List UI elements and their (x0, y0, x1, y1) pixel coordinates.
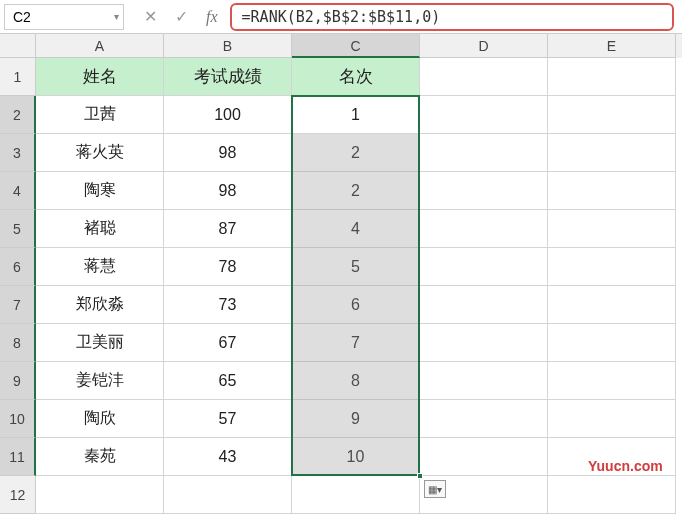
cell[interactable] (420, 400, 548, 438)
table-row: 8 卫美丽 67 7 (0, 324, 682, 362)
cell-score[interactable]: 43 (164, 438, 292, 476)
cell-E1[interactable] (548, 58, 676, 96)
cell-rank[interactable]: 1 (292, 96, 420, 134)
cell[interactable] (548, 362, 676, 400)
table-row: 10 陶欣 57 9 (0, 400, 682, 438)
autofill-options-button[interactable]: ▦▾ (424, 480, 446, 498)
cell-name[interactable]: 蒋火英 (36, 134, 164, 172)
cell-name[interactable]: 郑欣淼 (36, 286, 164, 324)
cell-score[interactable]: 100 (164, 96, 292, 134)
cell[interactable] (420, 96, 548, 134)
column-header-row: A B C D E (0, 34, 682, 58)
row-header-2[interactable]: 2 (0, 96, 36, 134)
table-row: 7 郑欣淼 73 6 (0, 286, 682, 324)
cell-score[interactable]: 73 (164, 286, 292, 324)
cell[interactable] (548, 248, 676, 286)
cell-rank[interactable]: 9 (292, 400, 420, 438)
table-row-empty: 12 (0, 476, 682, 514)
row-header-1[interactable]: 1 (0, 58, 36, 96)
cell[interactable] (548, 324, 676, 362)
cell-name[interactable]: 姜铠沣 (36, 362, 164, 400)
formula-bar-icons: ✕ ✓ fx (144, 7, 218, 26)
cell-rank[interactable]: 6 (292, 286, 420, 324)
fx-icon[interactable]: fx (206, 8, 218, 26)
table-header-row: 1 姓名 考试成绩 名次 (0, 58, 682, 96)
cell-rank[interactable]: 2 (292, 172, 420, 210)
header-score[interactable]: 考试成绩 (164, 58, 292, 96)
table-row: 2 卫茜 100 1 (0, 96, 682, 134)
cell-name[interactable]: 褚聪 (36, 210, 164, 248)
cell-name[interactable]: 卫美丽 (36, 324, 164, 362)
row-header-12[interactable]: 12 (0, 476, 36, 514)
col-header-D[interactable]: D (420, 34, 548, 58)
col-header-C[interactable]: C (292, 34, 420, 58)
cell[interactable] (420, 248, 548, 286)
row-header-10[interactable]: 10 (0, 400, 36, 438)
cell[interactable] (420, 438, 548, 476)
table-row: 11 秦苑 43 10 (0, 438, 682, 476)
cell-rank[interactable]: 5 (292, 248, 420, 286)
cell-score[interactable]: 87 (164, 210, 292, 248)
accept-icon[interactable]: ✓ (175, 7, 188, 26)
cell[interactable] (548, 400, 676, 438)
col-header-A[interactable]: A (36, 34, 164, 58)
select-all-corner[interactable] (0, 34, 36, 58)
cell[interactable] (548, 476, 676, 514)
row-header-11[interactable]: 11 (0, 438, 36, 476)
cell[interactable] (548, 172, 676, 210)
cell-rank[interactable]: 8 (292, 362, 420, 400)
cell-rank[interactable]: 7 (292, 324, 420, 362)
row-header-8[interactable]: 8 (0, 324, 36, 362)
cell[interactable] (548, 96, 676, 134)
fill-handle[interactable] (417, 473, 423, 479)
cell-name[interactable]: 卫茜 (36, 96, 164, 134)
table-row: 4 陶寒 98 2 (0, 172, 682, 210)
cell[interactable] (548, 286, 676, 324)
cell-score[interactable]: 57 (164, 400, 292, 438)
header-rank[interactable]: 名次 (292, 58, 420, 96)
row-header-7[interactable]: 7 (0, 286, 36, 324)
table-row: 3 蒋火英 98 2 (0, 134, 682, 172)
cell[interactable] (420, 286, 548, 324)
col-header-B[interactable]: B (164, 34, 292, 58)
cell[interactable] (420, 172, 548, 210)
name-box-value: C2 (13, 9, 31, 25)
cell[interactable] (420, 324, 548, 362)
chevron-down-icon[interactable]: ▾ (114, 11, 119, 22)
header-name[interactable]: 姓名 (36, 58, 164, 96)
cell-name[interactable]: 蒋慧 (36, 248, 164, 286)
cell-score[interactable]: 65 (164, 362, 292, 400)
row-header-6[interactable]: 6 (0, 248, 36, 286)
cell-rank[interactable]: 4 (292, 210, 420, 248)
cell-name[interactable]: 陶寒 (36, 172, 164, 210)
cell-rank[interactable]: 10 (292, 438, 420, 476)
cell[interactable] (420, 134, 548, 172)
formula-bar-row: C2 ▾ ✕ ✓ fx =RANK(B2,$B$2:$B$11,0) (0, 0, 682, 34)
cancel-icon[interactable]: ✕ (144, 7, 157, 26)
cell[interactable] (420, 210, 548, 248)
table-row: 9 姜铠沣 65 8 (0, 362, 682, 400)
cell-rank[interactable]: 2 (292, 134, 420, 172)
cell[interactable] (548, 134, 676, 172)
cell[interactable] (164, 476, 292, 514)
cell-score[interactable]: 98 (164, 134, 292, 172)
cell-score[interactable]: 67 (164, 324, 292, 362)
formula-input[interactable]: =RANK(B2,$B$2:$B$11,0) (230, 3, 674, 31)
spreadsheet-grid[interactable]: A B C D E 1 姓名 考试成绩 名次 2 卫茜 100 1 3 蒋火英 … (0, 34, 682, 514)
cell[interactable] (36, 476, 164, 514)
row-header-4[interactable]: 4 (0, 172, 36, 210)
cell-name[interactable]: 陶欣 (36, 400, 164, 438)
row-header-3[interactable]: 3 (0, 134, 36, 172)
cell[interactable] (420, 362, 548, 400)
cell-name[interactable]: 秦苑 (36, 438, 164, 476)
col-header-E[interactable]: E (548, 34, 676, 58)
cell[interactable] (292, 476, 420, 514)
row-header-5[interactable]: 5 (0, 210, 36, 248)
cell-D1[interactable] (420, 58, 548, 96)
name-box[interactable]: C2 ▾ (4, 4, 124, 30)
table-row: 5 褚聪 87 4 (0, 210, 682, 248)
cell[interactable] (548, 210, 676, 248)
cell-score[interactable]: 78 (164, 248, 292, 286)
row-header-9[interactable]: 9 (0, 362, 36, 400)
cell-score[interactable]: 98 (164, 172, 292, 210)
